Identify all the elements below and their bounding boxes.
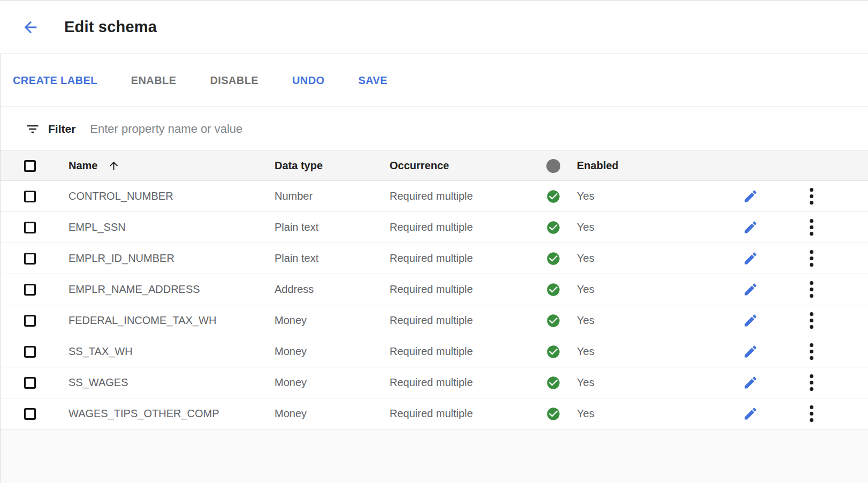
property-name: SS_WAGES — [68, 376, 128, 389]
disable-button: DISABLE — [210, 74, 258, 87]
edit-pencil-icon[interactable] — [743, 220, 758, 235]
column-header-occurrence[interactable]: Occurrence — [390, 160, 530, 172]
property-occurrence: Required multiple — [390, 314, 530, 327]
table-row: WAGES_TIPS_OTHER_COMP Money Required mul… — [1, 398, 868, 429]
column-header-name[interactable]: Name — [68, 160, 275, 172]
filter-label: Filter — [48, 123, 75, 135]
filter-input[interactable] — [90, 122, 868, 136]
property-data-type: Plain text — [275, 221, 390, 233]
column-header-data-type[interactable]: Data type — [275, 160, 390, 172]
row-checkbox[interactable] — [24, 284, 36, 296]
check-circle-icon — [546, 313, 561, 328]
property-data-type: Plain text — [275, 252, 390, 265]
row-checkbox[interactable] — [24, 408, 36, 420]
property-enabled: Yes — [577, 190, 729, 202]
table-header-row: Name Data type Occurrence Enabled — [1, 151, 868, 181]
property-data-type: Money — [275, 376, 390, 389]
more-options-icon[interactable] — [808, 310, 816, 331]
edit-pencil-icon[interactable] — [743, 251, 758, 266]
property-occurrence: Required multiple — [390, 190, 530, 202]
check-circle-icon — [546, 344, 561, 359]
row-checkbox[interactable] — [24, 253, 36, 265]
table-body: CONTROL_NUMBER Number Required multiple … — [1, 181, 868, 429]
table-row: EMPLR_ID_NUMBER Plain text Required mult… — [1, 243, 868, 274]
filter-list-icon — [25, 122, 40, 137]
property-data-type: Address — [275, 283, 390, 296]
filter-bar: Filter — [1, 107, 868, 151]
save-button[interactable]: SAVE — [359, 74, 388, 87]
select-all-checkbox[interactable] — [24, 160, 36, 172]
app-bar: Edit schema — [0, 0, 868, 54]
property-name: EMPL_SSN — [68, 221, 126, 233]
more-options-icon[interactable] — [808, 403, 816, 424]
property-enabled: Yes — [577, 252, 729, 265]
property-occurrence: Required multiple — [390, 407, 530, 420]
row-checkbox[interactable] — [24, 377, 36, 389]
property-data-type: Number — [275, 190, 390, 202]
more-options-icon[interactable] — [808, 372, 816, 393]
row-checkbox[interactable] — [24, 315, 36, 327]
property-name: EMPLR_NAME_ADDRESS — [68, 283, 200, 296]
property-name: CONTROL_NUMBER — [68, 190, 173, 202]
table-row: CONTROL_NUMBER Number Required multiple … — [1, 181, 868, 212]
table-row: EMPLR_NAME_ADDRESS Address Required mult… — [1, 274, 868, 305]
more-options-icon[interactable] — [808, 217, 816, 238]
edit-pencil-icon[interactable] — [743, 313, 758, 328]
table-row: EMPL_SSN Plain text Required multiple Ye… — [1, 212, 868, 243]
content-panel: CREATE LABEL ENABLE DISABLE UNDO SAVE Fi… — [0, 54, 868, 483]
property-occurrence: Required multiple — [390, 345, 530, 358]
property-occurrence: Required multiple — [390, 252, 530, 265]
property-name: SS_TAX_WH — [68, 345, 133, 358]
back-arrow-icon[interactable] — [21, 18, 40, 36]
property-data-type: Money — [275, 314, 390, 327]
column-header-enabled[interactable]: Enabled — [577, 160, 729, 172]
sort-ascending-icon — [108, 160, 120, 172]
check-circle-icon — [546, 375, 561, 390]
action-toolbar: CREATE LABEL ENABLE DISABLE UNDO SAVE — [1, 54, 868, 107]
property-occurrence: Required multiple — [390, 283, 530, 296]
property-occurrence: Required multiple — [390, 221, 530, 233]
property-enabled: Yes — [577, 345, 729, 358]
create-label-button[interactable]: CREATE LABEL — [13, 74, 97, 87]
row-checkbox[interactable] — [24, 222, 36, 233]
edit-pencil-icon[interactable] — [743, 375, 758, 390]
property-enabled: Yes — [577, 221, 729, 233]
property-name: EMPLR_ID_NUMBER — [68, 252, 174, 265]
edit-pencil-icon[interactable] — [743, 406, 758, 421]
property-enabled: Yes — [577, 407, 729, 420]
property-enabled: Yes — [577, 376, 729, 389]
property-data-type: Money — [275, 407, 390, 420]
table-row: FEDERAL_INCOME_TAX_WH Money Required mul… — [1, 305, 868, 336]
more-options-icon[interactable] — [808, 279, 816, 300]
check-circle-icon — [546, 406, 561, 421]
table-row: SS_TAX_WH Money Required multiple Yes — [1, 336, 868, 367]
edit-pencil-icon[interactable] — [743, 282, 758, 297]
property-enabled: Yes — [577, 283, 729, 296]
enable-button: ENABLE — [131, 74, 177, 87]
edit-pencil-icon[interactable] — [743, 344, 758, 359]
check-circle-icon — [546, 220, 561, 235]
check-circle-icon — [546, 251, 561, 266]
page-title: Edit schema — [64, 18, 157, 36]
property-occurrence: Required multiple — [390, 376, 530, 389]
row-checkbox[interactable] — [24, 191, 36, 202]
check-circle-icon — [546, 189, 561, 204]
row-checkbox[interactable] — [24, 346, 36, 358]
property-name: FEDERAL_INCOME_TAX_WH — [68, 314, 216, 327]
more-options-icon[interactable] — [808, 186, 816, 207]
table-row: SS_WAGES Money Required multiple Yes — [1, 367, 868, 398]
check-circle-icon — [546, 282, 561, 297]
more-options-icon[interactable] — [808, 248, 816, 269]
more-options-icon[interactable] — [808, 341, 816, 362]
property-data-type: Money — [275, 345, 390, 358]
property-name: WAGES_TIPS_OTHER_COMP — [68, 407, 219, 420]
edit-pencil-icon[interactable] — [743, 188, 758, 204]
table-footer-area — [1, 429, 868, 483]
undo-button[interactable]: UNDO — [292, 74, 325, 87]
property-enabled: Yes — [577, 314, 729, 327]
status-column-circle-icon — [546, 159, 560, 173]
